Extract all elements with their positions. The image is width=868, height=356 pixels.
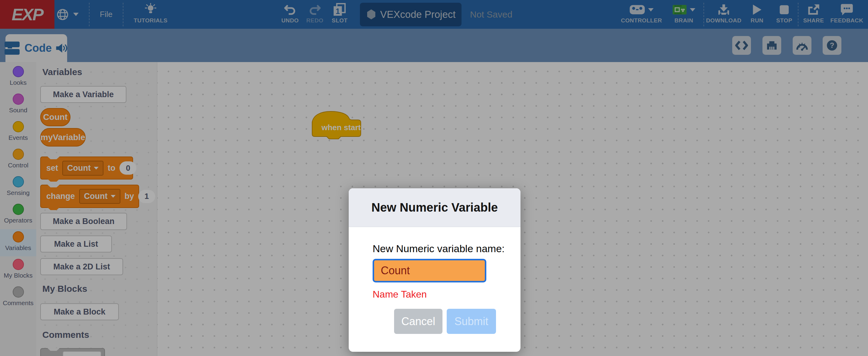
variable-name-label: New Numeric variable name: (373, 243, 505, 255)
dialog-header: New Numeric Variable (349, 188, 521, 227)
new-variable-dialog: New Numeric Variable New Numeric variabl… (349, 188, 521, 352)
cancel-button[interactable]: Cancel (394, 309, 442, 334)
submit-button[interactable]: Submit (447, 309, 496, 334)
vexcode-app: EXP File (0, 0, 868, 356)
error-message: Name Taken (373, 289, 427, 300)
variable-name-input[interactable] (373, 259, 486, 283)
dialog-title: New Numeric Variable (371, 201, 498, 214)
